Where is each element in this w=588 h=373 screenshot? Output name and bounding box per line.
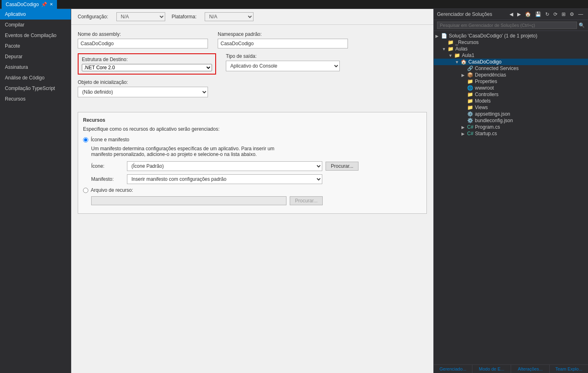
folder-icon: 📁	[454, 53, 460, 58]
tree-label-program-cs: Program.cs	[475, 124, 500, 130]
arrow-icon	[461, 105, 467, 110]
tree-item-casadocodigo[interactable]: ▼ 🏠 CasaDoCodigo	[434, 59, 588, 65]
estrutura-select[interactable]: .NET Core 2.0	[82, 64, 212, 71]
tree-item-models[interactable]: 📁 Models	[434, 98, 588, 104]
tree-item-properties[interactable]: 📁 Properties	[434, 78, 588, 85]
manifesto-select[interactable]: Inserir manifesto com configurações padr…	[127, 174, 322, 184]
footer-tab-team[interactable]: Team Explo...	[550, 365, 588, 373]
tree-item-bundleconfig[interactable]: ⚙️ bundleconfig.json	[434, 117, 588, 124]
tree-item-dependencias[interactable]: ▶ 📦 Dependências	[434, 72, 588, 78]
radio-icone-label: Ícone e manifesto	[91, 137, 129, 143]
objeto-group: Objeto de inicialização: (Não definido)	[78, 79, 427, 97]
sidebar-item-depurar[interactable]: Depurar	[0, 51, 71, 62]
config-bar: Configuração: N/A Plataforma: N/A	[71, 9, 433, 25]
solution-toolbar: ◀ ▶ 🏠 💾 ↻ ⟳ ⊞ ⚙ —	[508, 11, 585, 18]
folder-icon: 📁	[467, 98, 473, 104]
radio-arquivo-option[interactable]: Arquivo de recurso:	[83, 187, 422, 193]
sidebar-item-recursos[interactable]: Recursos	[0, 94, 71, 104]
folder-icon: 📁	[448, 46, 454, 52]
tree-item-aulas[interactable]: ▼ 📁 Aulas	[434, 46, 588, 52]
title-bar: CasaDoCodigo 📌 ✕	[0, 0, 588, 9]
arrow-icon	[461, 99, 467, 103]
icone-label: Ícone:	[91, 163, 124, 169]
folder-icon: 📁	[467, 105, 473, 110]
sidebar-item-analise[interactable]: Análise de Código	[0, 72, 71, 83]
toolbar-save-btn[interactable]: 💾	[533, 11, 543, 18]
radio-arquivo[interactable]	[83, 188, 88, 193]
toolbar-forward-btn[interactable]: ▶	[516, 11, 522, 18]
form-area: Nome do assembly: Namespace padrão: Estr…	[71, 25, 433, 109]
sidebar: Aplicativo Compilar Eventos de Compilaçã…	[0, 9, 71, 373]
sidebar-item-assinatura[interactable]: Assinatura	[0, 62, 71, 72]
arrow-icon: ▶	[461, 73, 467, 77]
arrow-icon	[461, 92, 467, 97]
arrow-icon: ▼	[442, 47, 448, 51]
toolbar-settings-btn[interactable]: ⚙	[568, 11, 576, 18]
configuracao-select[interactable]: N/A	[116, 12, 165, 21]
solution-panel: Gerenciador de Soluções ◀ ▶ 🏠 💾 ↻ ⟳ ⊞ ⚙ …	[433, 9, 588, 373]
toolbar-expand-btn[interactable]: ⊞	[560, 11, 567, 18]
radio-arquivo-label: Arquivo de recurso:	[91, 187, 133, 193]
toolbar-close-btn[interactable]: —	[577, 11, 585, 18]
manifesto-label: Manifesto:	[91, 176, 124, 182]
tree-label-controllers: Controllers	[475, 92, 498, 97]
tree-item-connected-services[interactable]: 🔗 Connected Services	[434, 65, 588, 72]
radio-icone-option[interactable]: Ícone e manifesto	[83, 137, 422, 143]
footer-tab-modo[interactable]: Modo de E...	[472, 365, 511, 373]
toolbar-home-btn[interactable]: 🏠	[523, 11, 533, 18]
plataforma-select[interactable]: N/A	[205, 12, 254, 21]
tree-item-aula1[interactable]: ▼ 📁 Aula1	[434, 52, 588, 59]
toolbar-back-btn[interactable]: ◀	[508, 11, 515, 18]
title-tab[interactable]: CasaDoCodigo 📌 ✕	[2, 0, 57, 9]
radio-icone-desc: Um manifesto determina configurações esp…	[91, 146, 295, 157]
tree-item-solution[interactable]: ▶ 📄 Solução 'CasaDoCodigo' (1 de 1 proje…	[434, 33, 588, 39]
configuracao-label: Configuração:	[78, 14, 108, 20]
tree-label-bundleconfig: bundleconfig.json	[475, 118, 513, 123]
arquivo-procurar-button: Procurar...	[290, 196, 323, 205]
sidebar-item-compilar[interactable]: Compilar	[0, 20, 71, 30]
sidebar-item-compilacao-ts[interactable]: Compilação TypeScript	[0, 83, 71, 94]
footer-tab-gerenciado[interactable]: Gerenciado...	[434, 365, 472, 373]
folder-icon: 📁	[467, 92, 473, 97]
arrow-icon: ▼	[455, 60, 461, 64]
sidebar-item-eventos[interactable]: Eventos de Compilação	[0, 30, 71, 41]
tree-item-program-cs[interactable]: ▶ C# Program.cs	[434, 124, 588, 130]
recursos-title: Recursos	[83, 117, 422, 123]
icone-select[interactable]: (Ícone Padrão)	[127, 161, 322, 171]
sidebar-item-pacote[interactable]: Pacote	[0, 41, 71, 51]
assembly-group: Nome do assembly:	[78, 31, 208, 48]
search-icon: 🔍	[579, 22, 585, 28]
radio-icone[interactable]	[83, 137, 88, 143]
sidebar-item-aplicativo[interactable]: Aplicativo	[0, 9, 71, 20]
tree-label-appsettings: appsettings.json	[475, 111, 510, 117]
tree-label-casadocodigo: CasaDoCodigo	[468, 59, 501, 65]
icone-procurar-button[interactable]: Procurar...	[326, 162, 358, 171]
content-area: Configuração: N/A Plataforma: N/A Nome d…	[71, 9, 433, 373]
tree-item-appsettings[interactable]: ⚙️ appsettings.json	[434, 111, 588, 117]
tab-pin-icon: 📌	[41, 2, 47, 7]
project-icon: 🏠	[461, 59, 467, 65]
tree-item-startup-cs[interactable]: ▶ C# Startup.cs	[434, 130, 588, 137]
namespace-input[interactable]	[218, 39, 348, 48]
assembly-input[interactable]	[78, 39, 208, 48]
search-input[interactable]	[437, 22, 577, 29]
tree-label-solution: Solução 'CasaDoCodigo' (1 de 1 projeto)	[449, 33, 537, 39]
tipo-saida-select[interactable]: Aplicativo do Console	[226, 61, 340, 71]
tree-label-aula1: Aula1	[462, 53, 474, 58]
solution-title: Gerenciador de Soluções	[437, 11, 492, 17]
estrutura-label: Estrutura de Destino:	[82, 57, 212, 62]
toolbar-refresh-btn[interactable]: ↻	[544, 11, 551, 18]
tipo-saida-group: Tipo de saída: Aplicativo do Console	[226, 53, 340, 75]
arquivo-input[interactable]	[91, 196, 286, 205]
cs-icon: C#	[467, 124, 473, 130]
tree-label-models: Models	[475, 98, 491, 104]
objeto-select[interactable]: (Não definido)	[78, 87, 208, 97]
tree-item-wwwroot[interactable]: 🌐 wwwroot	[434, 85, 588, 91]
connected-services-icon: 🔗	[467, 66, 473, 71]
footer-tab-alteracoes[interactable]: Alterações...	[511, 365, 550, 373]
tree-item-views[interactable]: 📁 Views	[434, 104, 588, 111]
tree-item-controllers[interactable]: 📁 Controllers	[434, 91, 588, 98]
toolbar-sync-btn[interactable]: ⟳	[552, 11, 559, 18]
tab-close-icon[interactable]: ✕	[50, 2, 53, 7]
tree-item-recursos[interactable]: 📁 _Recursos	[434, 39, 588, 46]
